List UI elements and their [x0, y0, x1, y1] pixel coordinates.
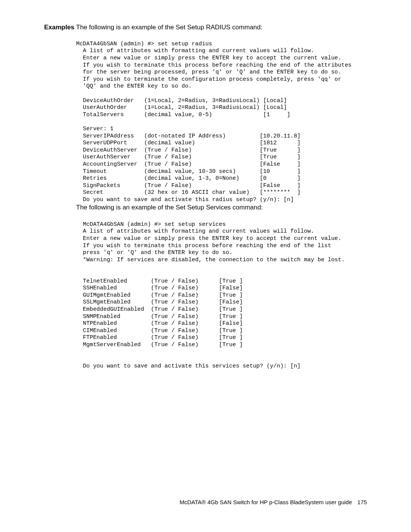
- examples-label: Examples: [44, 24, 74, 31]
- page-footer: McDATA® 4Gb SAN Switch for HP p-Class Bl…: [180, 499, 367, 505]
- page-number: 175: [357, 499, 367, 505]
- footer-text: McDATA® 4Gb SAN Switch for HP p-Class Bl…: [180, 499, 352, 505]
- page-container: Examples The following is an example of …: [0, 0, 411, 532]
- intro-services: The following is an example of the Set S…: [76, 204, 263, 211]
- intro-radius: The following is an example of the Set S…: [76, 24, 262, 31]
- radius-example-block: McDATA4GbSAN (admin) #> set setup radius…: [76, 40, 352, 203]
- services-example-block: McDATA4GbSAN (admin) #> set setup servic…: [76, 221, 345, 369]
